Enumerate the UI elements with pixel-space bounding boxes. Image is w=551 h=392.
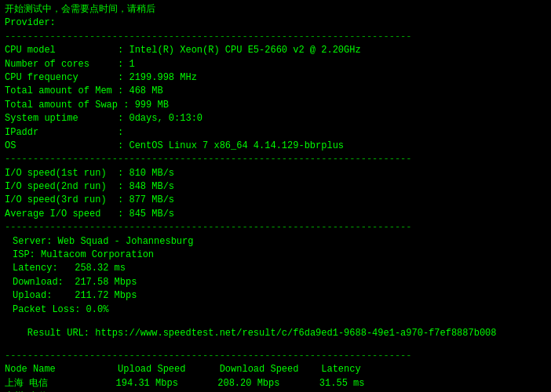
speedtest-server: Server: Web Squad - Johannesburg [5,235,546,249]
separator-4: ----------------------------------------… [5,350,546,363]
cpu-info-row: IPaddr : [5,126,546,140]
speedtest-upload: Upload: 211.72 Mbps [5,289,546,303]
cpu-info-row: Total amount of Mem : 468 MB [5,85,546,98]
result-url-label: Result URL: [27,328,95,339]
io-info-section: I/O speed(1st run) : 810 MB/sI/O speed(2… [5,167,546,222]
cpu-info-row: Total amount of Swap : 999 MB [5,99,546,112]
cpu-info-row: CPU frequency : 2199.998 MHz [5,71,546,85]
speedtest-section: Server: Web Squad - Johannesburg ISP: Mu… [5,235,546,350]
cpu-info-row: System uptime : 0days, 0:13:0 [5,112,546,125]
separator-3: ----------------------------------------… [5,221,546,234]
speedtest-latency: Latency: 258.32 ms [5,262,546,275]
cpu-info-section: CPU model : Intel(R) Xeon(R) CPU E5-2660… [5,44,546,153]
separator-2: ----------------------------------------… [5,153,546,166]
io-info-row: I/O speed(3rd run) : 877 MB/s [5,194,546,207]
provider-label: Provider: [5,16,546,30]
cpu-info-row: Number of cores : 1 [5,58,546,71]
node-table-1-header: Node Name Upload Speed Download Speed La… [5,363,546,376]
node-table-1: Node Name Upload Speed Download Speed La… [5,363,546,392]
result-url-value: https://www.speedtest.net/result/c/f6da9… [95,328,496,339]
speedtest-result-url: Result URL: https://www.speedtest.net/re… [5,317,546,350]
speedtest-download: Download: 217.58 Mbps [5,276,546,289]
cpu-info-row: CPU model : Intel(R) Xeon(R) CPU E5-2660… [5,44,546,57]
speedtest-packet: Packet Loss: 0.0% [5,303,546,317]
table-row: 上海 电信 194.31 Mbps 208.20 Mbps 31.55 ms [5,377,546,390]
io-info-row: Average I/O speed : 845 MB/s [5,208,546,221]
io-info-row: I/O speed(1st run) : 810 MB/s [5,167,546,180]
io-info-row: I/O speed(2nd run) : 848 MB/s [5,180,546,194]
separator-1: ----------------------------------------… [5,31,546,44]
cpu-info-row: OS : CentOS Linux 7 x86_64 4.14.129-bbrp… [5,140,546,153]
intro-line: 开始测试中，会需要点时间，请稍后 [5,3,546,16]
speedtest-isp: ISP: Multacom Corporation [5,249,546,262]
